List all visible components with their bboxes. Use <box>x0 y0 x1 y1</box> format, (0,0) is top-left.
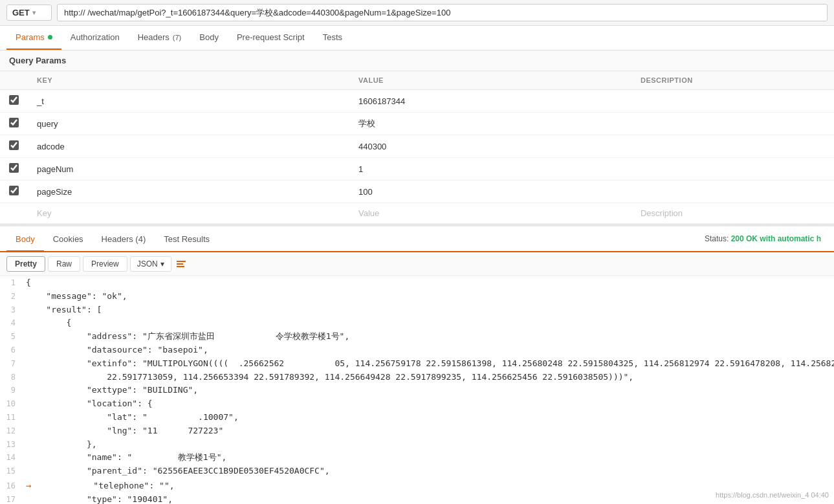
line-content: { <box>26 276 834 290</box>
line-number: 17 <box>0 494 26 504</box>
tab-authorization[interactable]: Authorization <box>61 26 129 50</box>
code-line: 13 }, <box>0 438 834 452</box>
row-checkbox[interactable] <box>9 95 19 105</box>
code-line: 15 "parent_id": "62556EAEE3CC1B9DE0530EF… <box>0 465 834 478</box>
tab-tests[interactable]: Tests <box>314 26 351 50</box>
json-format-select[interactable]: JSON ▾ <box>130 256 171 272</box>
table-row: _t1606187344 <box>0 90 834 113</box>
line-number: 10 <box>0 398 26 410</box>
line-content: 22.5917713059, 114.256653394 22.59178939… <box>26 371 834 384</box>
response-tab-body[interactable]: Body <box>6 228 44 252</box>
line-content: "lat": " .10007", <box>26 411 834 424</box>
row-checkbox[interactable] <box>9 118 19 127</box>
table-row: query学校 <box>0 113 834 135</box>
table-row: pageNum1 <box>0 158 834 181</box>
app-container: GET ▾ Params Authorization Headers (7) B… <box>0 0 834 504</box>
row-description <box>631 181 834 203</box>
code-line: 3 "result": [ <box>0 303 834 317</box>
line-number: 5 <box>0 331 26 343</box>
pretty-button[interactable]: Pretty <box>6 256 45 272</box>
row-checkbox[interactable] <box>9 140 19 150</box>
col-header-check <box>0 71 28 90</box>
row-description <box>631 90 834 113</box>
line-number: 2 <box>0 290 26 303</box>
col-header-value: VALUE <box>349 71 631 90</box>
preview-button[interactable]: Preview <box>83 256 127 272</box>
method-chevron-icon: ▾ <box>32 9 36 16</box>
tab-headers-label: Headers <box>138 32 170 42</box>
code-line: 2 "message": "ok", <box>0 290 834 303</box>
row-checkbox[interactable] <box>9 163 19 173</box>
table-row: KeyValueDescription <box>0 203 834 224</box>
url-bar: GET ▾ <box>0 0 834 26</box>
code-line: 14 "name": " 教学楼1号", <box>0 451 834 465</box>
code-line: 11 "lat": " .10007", <box>0 411 834 424</box>
tab-prerequest[interactable]: Pre-request Script <box>228 26 314 50</box>
code-line: 5 "address": "广东省深圳市盐田 令学校教学楼1号", <box>0 330 834 344</box>
query-params-section: Query Params KEY VALUE DESCRIPTION _t160… <box>0 50 834 226</box>
method-select[interactable]: GET ▾ <box>6 5 52 21</box>
format-icon-line2 <box>177 263 183 265</box>
params-table: KEY VALUE DESCRIPTION _t1606187344query学… <box>0 71 834 224</box>
format-chevron-icon: ▾ <box>160 259 164 268</box>
tab-params[interactable]: Params <box>6 26 61 50</box>
row-key: query <box>28 113 349 135</box>
format-icon-line1 <box>177 261 186 262</box>
line-content: "exttype": "BUILDING", <box>26 384 834 397</box>
tab-headers[interactable]: Headers (7) <box>129 26 191 50</box>
response-tab-headers[interactable]: Headers (4) <box>93 228 155 252</box>
code-line: 4 { <box>0 316 834 330</box>
line-content: }, <box>26 438 834 452</box>
row-value: 100 <box>349 181 631 203</box>
response-tab-body-label: Body <box>16 234 35 244</box>
line-content: "address": "广东省深圳市盐田 令学校教学楼1号", <box>26 330 834 344</box>
row-value: 1606187344 <box>349 90 631 113</box>
response-tabs-bar: Body Cookies Headers (4) Test Results St… <box>0 226 834 252</box>
format-icon-line3 <box>177 266 184 267</box>
headers-badge: (7) <box>173 34 181 41</box>
row-value: 学校 <box>349 113 631 135</box>
format-label: JSON <box>137 259 158 268</box>
line-content: "message": "ok", <box>26 290 834 303</box>
response-tab-headers-label: Headers (4) <box>102 234 146 244</box>
col-header-key: KEY <box>28 71 349 90</box>
line-content: "name": " 教学楼1号", <box>26 451 834 465</box>
tab-body[interactable]: Body <box>190 26 228 50</box>
line-number: 8 <box>0 371 26 384</box>
row-description: Description <box>631 203 834 224</box>
line-number: 11 <box>0 411 26 424</box>
tab-tests-label: Tests <box>323 32 342 42</box>
row-checkbox[interactable] <box>9 186 19 195</box>
arrow-icon: → <box>26 480 31 490</box>
request-tabs-bar: Params Authorization Headers (7) Body Pr… <box>0 26 834 50</box>
line-content: { <box>26 316 834 330</box>
format-icon[interactable] <box>177 261 186 267</box>
line-content: "location": { <box>26 397 834 411</box>
status-area: Status: 200 OK with automatic h <box>705 234 828 243</box>
response-tab-cookies[interactable]: Cookies <box>44 228 93 252</box>
code-line: 6 "datasource": "basepoi", <box>0 344 834 357</box>
query-params-title: Query Params <box>0 50 834 71</box>
line-content: "type": "190401", <box>26 493 834 504</box>
line-number: 15 <box>0 465 26 477</box>
line-number: 16 <box>0 480 26 492</box>
line-number: 13 <box>0 439 26 451</box>
url-input[interactable] <box>57 4 828 21</box>
response-tab-test-results[interactable]: Test Results <box>155 228 219 252</box>
line-number: 12 <box>0 425 26 437</box>
line-number: 7 <box>0 358 26 370</box>
code-line: 16→ "telephone": "", <box>0 478 834 493</box>
row-key: adcode <box>28 135 349 158</box>
row-description <box>631 113 834 135</box>
line-number: 3 <box>0 304 26 316</box>
code-line: 17 "type": "190401", <box>0 493 834 504</box>
line-content: "extinfo": "MULTIPOLYGON(((( .25662562 0… <box>26 357 834 371</box>
watermark: https://blog.csdn.net/weixin_4 04:40 <box>716 491 829 499</box>
raw-button[interactable]: Raw <box>48 256 80 272</box>
status-label: Status: <box>705 234 731 243</box>
col-header-description: DESCRIPTION <box>631 71 834 90</box>
line-content: "result": [ <box>26 303 834 317</box>
row-key: Key <box>28 203 349 224</box>
line-content: "datasource": "basepoi", <box>26 344 834 357</box>
line-number: 4 <box>0 317 26 329</box>
